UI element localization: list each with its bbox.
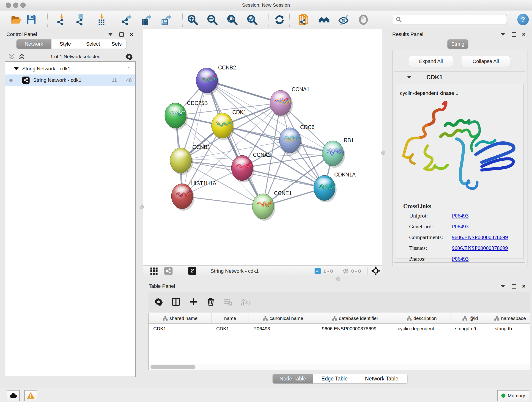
hide-selected-button[interactable] <box>337 13 350 26</box>
close-panel-icon[interactable]: × <box>522 284 526 288</box>
float-panel-icon[interactable] <box>512 284 516 288</box>
network-edge[interactable] <box>207 80 263 206</box>
grid-view-icon[interactable] <box>150 267 158 275</box>
network-options-gear-icon[interactable] <box>126 53 133 60</box>
column-header-database-identifier[interactable]: database identifier <box>317 313 393 323</box>
network-node-rb1[interactable] <box>322 141 345 168</box>
network-edge[interactable] <box>222 126 333 153</box>
export-image-button[interactable] <box>160 13 172 26</box>
float-panel-icon[interactable] <box>512 32 516 37</box>
open-in-new-window-icon[interactable] <box>188 267 196 275</box>
network-collection-row[interactable]: String Network - cdk1 1 <box>5 63 135 75</box>
selected-checkbox-icon[interactable]: ✓ <box>315 268 321 274</box>
crosslink-pharos-link[interactable]: P06493 <box>452 256 523 262</box>
birdseye-crosshair-icon[interactable] <box>371 267 380 275</box>
horizontal-splitter-handle[interactable] <box>336 277 340 281</box>
cell-namespace[interactable]: stringdb <box>490 324 530 334</box>
column-header-namespace[interactable]: namespace <box>490 313 530 323</box>
tab-network-table[interactable]: Network Table <box>356 374 407 383</box>
cell-shared-name[interactable]: CDK1 <box>149 324 212 334</box>
network-node-ccnb1[interactable] <box>170 148 193 175</box>
import-network-file-button[interactable] <box>55 13 68 26</box>
add-column-icon[interactable] <box>189 298 197 306</box>
network-node-cdc6[interactable] <box>279 128 302 155</box>
warnings-button[interactable] <box>24 390 37 401</box>
float-panel-icon[interactable] <box>119 32 124 37</box>
import-network-database-button[interactable] <box>74 13 87 26</box>
column-header-canonical-name[interactable]: canonical name <box>249 313 317 323</box>
collapse-all-icon[interactable] <box>8 53 15 60</box>
network-row-selected[interactable]: String Network - cdk1 11 48 <box>5 75 135 86</box>
section-expander-icon[interactable] <box>407 76 411 79</box>
close-panel-icon[interactable]: × <box>130 32 133 36</box>
horizontal-scrollbar[interactable] <box>149 364 530 370</box>
panel-menu-icon[interactable] <box>501 33 505 36</box>
network-graph[interactable]: CCNB2CCNA1CDC25BCDK1CDC6RB1CCNB1CCNA2CDK… <box>143 29 382 265</box>
network-node-ccne1[interactable] <box>252 194 275 221</box>
zoom-in-button[interactable] <box>186 13 199 26</box>
collapse-all-button[interactable]: Collapse All <box>461 56 510 67</box>
memory-button[interactable]: Memory <box>497 390 529 401</box>
expand-all-button[interactable]: Expand All <box>409 56 453 67</box>
delete-column-icon[interactable] <box>207 298 215 306</box>
table-row[interactable]: CDK1 CDK1 P06493 9606.ENSP00000378699 cy… <box>149 324 530 334</box>
zoom-out-button[interactable] <box>206 13 219 26</box>
string-style-icon[interactable] <box>164 267 172 275</box>
tab-network[interactable]: Network <box>17 39 51 49</box>
tab-style[interactable]: Style <box>51 39 79 49</box>
column-header-description[interactable]: description <box>393 313 450 323</box>
crosslink-genecard-link[interactable]: P06493 <box>452 223 523 230</box>
network-node-ccnb2[interactable] <box>196 68 219 95</box>
clone-network-button[interactable] <box>297 13 310 26</box>
network-edge[interactable] <box>182 80 207 196</box>
zoom-fit-button[interactable] <box>226 13 239 26</box>
hidden-eye-slash-icon[interactable] <box>342 268 349 275</box>
import-table-button[interactable] <box>95 13 108 26</box>
network-node-cdc25b[interactable] <box>165 103 188 130</box>
expand-all-icon[interactable] <box>18 53 25 60</box>
network-node-ccna2[interactable] <box>231 155 254 182</box>
close-panel-icon[interactable]: × <box>522 32 526 36</box>
tab-sets[interactable]: Sets <box>107 39 126 49</box>
export-table-button[interactable] <box>140 13 152 26</box>
tab-select[interactable]: Select <box>79 39 107 49</box>
refresh-view-button[interactable] <box>273 13 286 26</box>
crosslink-tissues-link[interactable]: 9606.ENSP00000378699 <box>452 245 523 251</box>
column-header-id[interactable]: @id <box>450 313 490 323</box>
export-network-button[interactable] <box>120 13 133 26</box>
column-header-shared-name[interactable]: shared name <box>149 313 212 323</box>
crosslink-compartments-link[interactable]: 9606.ENSP00000378699 <box>452 234 523 240</box>
search-box[interactable] <box>393 14 507 25</box>
cell-description[interactable]: cyclin-dependent ... <box>393 324 450 334</box>
network-node-cdk1[interactable] <box>211 113 234 140</box>
column-header-name[interactable]: name <box>212 313 249 323</box>
show-columns-icon[interactable] <box>172 298 180 306</box>
tab-node-table[interactable]: Node Table <box>273 374 313 383</box>
panel-menu-icon[interactable] <box>501 285 505 288</box>
vertical-splitter-handle[interactable] <box>140 205 144 209</box>
cell-canonical-name[interactable]: P06493 <box>249 324 317 334</box>
delete-table-icon[interactable] <box>224 298 232 306</box>
table-options-gear-icon[interactable] <box>154 298 163 306</box>
zoom-selected-button[interactable] <box>246 13 259 26</box>
show-all-button[interactable] <box>357 13 370 26</box>
tab-string[interactable]: String <box>447 39 468 49</box>
network-node-ccna1[interactable] <box>270 90 293 117</box>
function-builder-icon[interactable]: f(x) <box>241 298 251 306</box>
vertical-splitter-handle[interactable] <box>381 151 385 155</box>
network-canvas[interactable]: CCNB2CCNA1CDC25BCDK1CDC6RB1CCNB1CCNA2CDK… <box>143 29 382 265</box>
open-session-button[interactable] <box>10 13 22 26</box>
tab-edge-table[interactable]: Edge Table <box>313 374 356 383</box>
first-neighbors-button[interactable] <box>317 13 330 26</box>
cell-name[interactable]: CDK1 <box>212 324 249 334</box>
panel-menu-icon[interactable] <box>108 33 113 36</box>
help-button[interactable]: ? <box>517 14 529 25</box>
tree-expander-icon[interactable] <box>14 67 19 70</box>
cell-id[interactable]: stringdb:9... <box>450 324 490 334</box>
crosslink-uniprot-link[interactable]: P06493 <box>452 213 523 219</box>
cloud-button[interactable] <box>7 390 20 401</box>
scrollbar-thumb[interactable] <box>151 365 196 369</box>
network-node-cdkn1a[interactable] <box>314 175 336 202</box>
save-session-button[interactable] <box>25 13 38 26</box>
search-input[interactable] <box>404 17 504 22</box>
